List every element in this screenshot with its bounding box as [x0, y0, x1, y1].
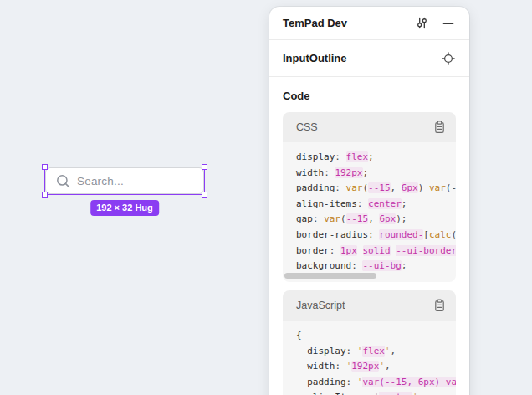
sliders-icon[interactable]: [414, 16, 429, 31]
css-code: display: flex;width: 192px;padding: var(…: [283, 142, 456, 282]
css-block-label: CSS: [296, 121, 432, 133]
css-code-block: CSS display: flex;width: 192px;padding: …: [283, 112, 456, 282]
selection-handle-top-right[interactable]: [202, 164, 207, 170]
panel-header[interactable]: TemPad Dev: [269, 7, 469, 40]
js-code-block: JavaScript { display: 'flex', width: '19…: [283, 290, 456, 395]
selection-handle-top-left[interactable]: [42, 164, 48, 170]
code-line: align-items: center;: [296, 197, 456, 213]
search-placeholder: Search...: [77, 175, 124, 187]
selected-component[interactable]: Search... 192 × 32 Hug: [45, 167, 204, 194]
selection-handle-bottom-right[interactable]: [202, 192, 207, 198]
code-line: border-radius: rounded-[calc(v: [296, 228, 456, 244]
copy-icon[interactable]: [432, 298, 447, 313]
search-input-component[interactable]: Search...: [45, 167, 204, 194]
css-block-header: CSS: [283, 112, 456, 142]
dimensions-badge: 192 × 32 Hug: [90, 200, 159, 216]
minimize-icon[interactable]: [441, 16, 456, 31]
code-section: Code CSS display: flex;width: 192px;padd…: [269, 90, 469, 395]
copy-icon[interactable]: [432, 120, 447, 135]
code-section-title: Code: [283, 90, 456, 102]
tempad-dev-panel: TemPad Dev InputOutline: [269, 7, 469, 395]
code-line: alignItems: 'center',: [296, 390, 456, 395]
code-line: border: 1px solid --ui-border-: [296, 244, 456, 259]
js-block-header: JavaScript: [283, 290, 456, 321]
js-code: { display: 'flex', width: '192px', paddi…: [283, 321, 456, 395]
code-line: width: '192px',: [296, 359, 456, 375]
search-icon: [56, 174, 70, 188]
selection-handle-bottom-left[interactable]: [42, 192, 48, 198]
code-line: gap: var(--15, 6px);: [296, 212, 456, 228]
selected-node-name: InputOutline: [283, 52, 441, 64]
code-line: padding: var(--15, 6px) var(--: [296, 181, 456, 197]
code-line: padding: 'var(--15, 6px) var(: [296, 375, 456, 391]
code-line: width: 192px;: [296, 166, 456, 182]
panel-title: TemPad Dev: [283, 17, 402, 29]
code-line: background: --ui-bg;: [296, 259, 456, 274]
horizontal-scrollbar[interactable]: [284, 273, 376, 279]
target-icon[interactable]: [441, 51, 456, 66]
code-line: {: [296, 328, 456, 344]
selection-row: InputOutline: [269, 40, 469, 77]
code-line: display: flex;: [296, 150, 456, 166]
js-block-label: JavaScript: [296, 300, 432, 311]
code-line: display: 'flex',: [296, 344, 456, 360]
